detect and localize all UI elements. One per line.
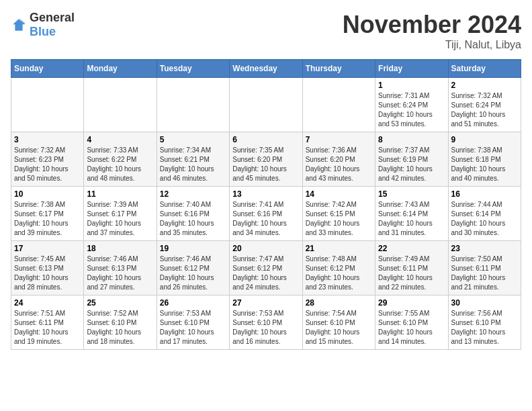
- calendar-cell: 15Sunrise: 7:43 AM Sunset: 6:14 PM Dayli…: [375, 187, 448, 241]
- calendar-cell: 3Sunrise: 7:32 AM Sunset: 6:23 PM Daylig…: [11, 132, 84, 187]
- weekday-header-friday: Friday: [375, 60, 448, 78]
- calendar-week-5: 24Sunrise: 7:51 AM Sunset: 6:11 PM Dayli…: [11, 295, 521, 350]
- day-info: Sunrise: 7:35 AM Sunset: 6:20 PM Dayligh…: [232, 146, 299, 183]
- calendar-cell: 25Sunrise: 7:52 AM Sunset: 6:10 PM Dayli…: [84, 295, 157, 350]
- calendar-cell: 20Sunrise: 7:47 AM Sunset: 6:12 PM Dayli…: [230, 241, 302, 295]
- day-number: 14: [306, 189, 372, 199]
- location-title: Tiji, Nalut, Libya: [343, 39, 521, 51]
- day-number: 15: [378, 189, 445, 199]
- calendar-cell: 12Sunrise: 7:40 AM Sunset: 6:16 PM Dayli…: [157, 187, 229, 241]
- day-info: Sunrise: 7:53 AM Sunset: 6:10 PM Dayligh…: [160, 309, 226, 347]
- day-info: Sunrise: 7:33 AM Sunset: 6:22 PM Dayligh…: [87, 146, 153, 183]
- day-info: Sunrise: 7:53 AM Sunset: 6:10 PM Dayligh…: [232, 309, 299, 347]
- weekday-header-saturday: Saturday: [448, 60, 521, 78]
- calendar-cell: 23Sunrise: 7:50 AM Sunset: 6:11 PM Dayli…: [448, 241, 521, 295]
- day-number: 5: [160, 135, 226, 144]
- calendar-cell: 19Sunrise: 7:46 AM Sunset: 6:12 PM Dayli…: [157, 241, 229, 295]
- calendar-week-3: 10Sunrise: 7:38 AM Sunset: 6:17 PM Dayli…: [11, 187, 521, 241]
- calendar-cell: 16Sunrise: 7:44 AM Sunset: 6:14 PM Dayli…: [448, 187, 521, 241]
- page-header: General Blue November 2024 Tiji, Nalut, …: [11, 11, 521, 51]
- day-number: 16: [451, 189, 518, 199]
- calendar-cell: [157, 78, 229, 132]
- day-number: 19: [160, 244, 226, 253]
- calendar-body: 1Sunrise: 7:31 AM Sunset: 6:24 PM Daylig…: [11, 78, 521, 350]
- day-info: Sunrise: 7:31 AM Sunset: 6:24 PM Dayligh…: [378, 91, 445, 129]
- calendar-cell: 14Sunrise: 7:42 AM Sunset: 6:15 PM Dayli…: [302, 187, 375, 241]
- day-info: Sunrise: 7:49 AM Sunset: 6:11 PM Dayligh…: [378, 255, 445, 292]
- day-info: Sunrise: 7:46 AM Sunset: 6:13 PM Dayligh…: [87, 255, 153, 292]
- calendar-cell: 21Sunrise: 7:48 AM Sunset: 6:12 PM Dayli…: [302, 241, 375, 295]
- svg-marker-0: [13, 19, 25, 31]
- day-number: 18: [87, 244, 153, 253]
- calendar-cell: 10Sunrise: 7:38 AM Sunset: 6:17 PM Dayli…: [11, 187, 84, 241]
- day-number: 1: [378, 81, 445, 90]
- weekday-header-monday: Monday: [84, 60, 157, 78]
- day-info: Sunrise: 7:32 AM Sunset: 6:23 PM Dayligh…: [14, 146, 81, 183]
- day-number: 21: [306, 244, 372, 253]
- calendar-cell: 26Sunrise: 7:53 AM Sunset: 6:10 PM Dayli…: [157, 295, 229, 350]
- day-info: Sunrise: 7:48 AM Sunset: 6:12 PM Dayligh…: [306, 255, 372, 292]
- day-info: Sunrise: 7:54 AM Sunset: 6:10 PM Dayligh…: [306, 309, 372, 347]
- weekday-header-wednesday: Wednesday: [230, 60, 302, 78]
- calendar-cell: 6Sunrise: 7:35 AM Sunset: 6:20 PM Daylig…: [230, 132, 302, 187]
- calendar-cell: [230, 78, 302, 132]
- day-number: 20: [232, 244, 299, 253]
- day-number: 22: [378, 244, 445, 253]
- calendar-cell: 5Sunrise: 7:34 AM Sunset: 6:21 PM Daylig…: [157, 132, 229, 187]
- day-number: 24: [14, 298, 81, 308]
- calendar-week-4: 17Sunrise: 7:45 AM Sunset: 6:13 PM Dayli…: [11, 241, 521, 295]
- calendar-cell: 22Sunrise: 7:49 AM Sunset: 6:11 PM Dayli…: [375, 241, 448, 295]
- calendar-cell: 17Sunrise: 7:45 AM Sunset: 6:13 PM Dayli…: [11, 241, 84, 295]
- calendar-cell: [84, 78, 157, 132]
- day-info: Sunrise: 7:36 AM Sunset: 6:20 PM Dayligh…: [306, 146, 372, 183]
- calendar-cell: 29Sunrise: 7:55 AM Sunset: 6:10 PM Dayli…: [375, 295, 448, 350]
- weekday-header-sunday: Sunday: [11, 60, 84, 78]
- day-number: 9: [451, 135, 518, 144]
- day-number: 12: [160, 189, 226, 199]
- calendar-cell: 13Sunrise: 7:41 AM Sunset: 6:16 PM Dayli…: [230, 187, 302, 241]
- weekday-header-row: SundayMondayTuesdayWednesdayThursdayFrid…: [11, 60, 521, 78]
- day-info: Sunrise: 7:37 AM Sunset: 6:19 PM Dayligh…: [378, 146, 445, 183]
- logo-icon: [11, 17, 27, 33]
- day-info: Sunrise: 7:44 AM Sunset: 6:14 PM Dayligh…: [451, 200, 518, 238]
- day-info: Sunrise: 7:41 AM Sunset: 6:16 PM Dayligh…: [232, 200, 299, 238]
- day-info: Sunrise: 7:45 AM Sunset: 6:13 PM Dayligh…: [14, 255, 81, 292]
- day-number: 25: [87, 298, 153, 308]
- day-info: Sunrise: 7:47 AM Sunset: 6:12 PM Dayligh…: [232, 255, 299, 292]
- day-number: 3: [14, 135, 81, 144]
- title-block: November 2024 Tiji, Nalut, Libya: [343, 11, 521, 51]
- calendar-cell: [302, 78, 375, 132]
- day-info: Sunrise: 7:50 AM Sunset: 6:11 PM Dayligh…: [451, 255, 518, 292]
- day-info: Sunrise: 7:38 AM Sunset: 6:17 PM Dayligh…: [14, 200, 81, 238]
- calendar-week-2: 3Sunrise: 7:32 AM Sunset: 6:23 PM Daylig…: [11, 132, 521, 187]
- calendar-cell: 4Sunrise: 7:33 AM Sunset: 6:22 PM Daylig…: [84, 132, 157, 187]
- day-number: 13: [232, 189, 299, 199]
- calendar-cell: 18Sunrise: 7:46 AM Sunset: 6:13 PM Dayli…: [84, 241, 157, 295]
- day-number: 10: [14, 189, 81, 199]
- logo-text: General Blue: [30, 11, 75, 39]
- day-info: Sunrise: 7:56 AM Sunset: 6:10 PM Dayligh…: [451, 309, 518, 347]
- calendar-cell: 2Sunrise: 7:32 AM Sunset: 6:24 PM Daylig…: [448, 78, 521, 132]
- day-info: Sunrise: 7:39 AM Sunset: 6:17 PM Dayligh…: [87, 200, 153, 238]
- calendar-cell: 24Sunrise: 7:51 AM Sunset: 6:11 PM Dayli…: [11, 295, 84, 350]
- calendar-cell: 7Sunrise: 7:36 AM Sunset: 6:20 PM Daylig…: [302, 132, 375, 187]
- day-info: Sunrise: 7:55 AM Sunset: 6:10 PM Dayligh…: [378, 309, 445, 347]
- day-number: 23: [451, 244, 518, 253]
- logo: General Blue: [11, 11, 75, 39]
- calendar-cell: 27Sunrise: 7:53 AM Sunset: 6:10 PM Dayli…: [230, 295, 302, 350]
- day-info: Sunrise: 7:34 AM Sunset: 6:21 PM Dayligh…: [160, 146, 226, 183]
- day-info: Sunrise: 7:51 AM Sunset: 6:11 PM Dayligh…: [14, 309, 81, 347]
- day-info: Sunrise: 7:40 AM Sunset: 6:16 PM Dayligh…: [160, 200, 226, 238]
- calendar-cell: 1Sunrise: 7:31 AM Sunset: 6:24 PM Daylig…: [375, 78, 448, 132]
- day-info: Sunrise: 7:52 AM Sunset: 6:10 PM Dayligh…: [87, 309, 153, 347]
- day-info: Sunrise: 7:46 AM Sunset: 6:12 PM Dayligh…: [160, 255, 226, 292]
- calendar-week-1: 1Sunrise: 7:31 AM Sunset: 6:24 PM Daylig…: [11, 78, 521, 132]
- calendar-cell: 28Sunrise: 7:54 AM Sunset: 6:10 PM Dayli…: [302, 295, 375, 350]
- calendar-table: SundayMondayTuesdayWednesdayThursdayFrid…: [11, 59, 521, 350]
- weekday-header-thursday: Thursday: [302, 60, 375, 78]
- day-number: 6: [232, 135, 299, 144]
- calendar-cell: 9Sunrise: 7:38 AM Sunset: 6:18 PM Daylig…: [448, 132, 521, 187]
- day-info: Sunrise: 7:32 AM Sunset: 6:24 PM Dayligh…: [451, 91, 518, 129]
- day-number: 2: [451, 81, 518, 90]
- calendar-cell: 30Sunrise: 7:56 AM Sunset: 6:10 PM Dayli…: [448, 295, 521, 350]
